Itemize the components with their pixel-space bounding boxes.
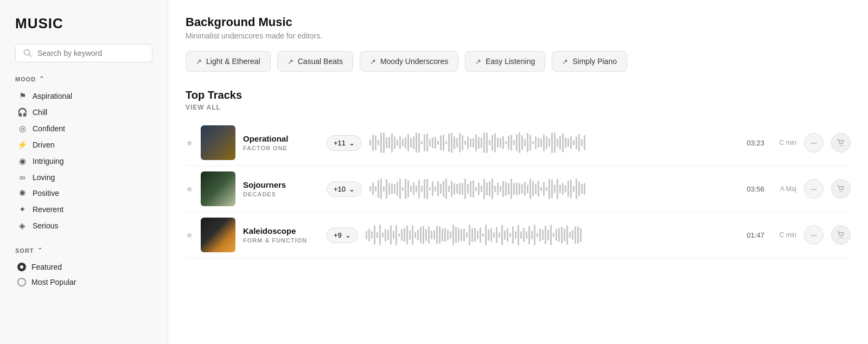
sidebar-item-aspirational[interactable]: ⚑ Aspirational xyxy=(15,88,152,104)
waveform-bar xyxy=(462,135,463,150)
waveform-bar xyxy=(500,138,501,148)
top-tracks-heading: Top Tracks xyxy=(186,89,851,101)
more-options-button[interactable]: ··· xyxy=(804,225,824,245)
mood-section-label[interactable]: MOOD ⌃ xyxy=(15,75,152,82)
track-name: Operational xyxy=(243,134,319,143)
waveform-bar xyxy=(459,133,461,152)
waveform[interactable] xyxy=(369,178,736,200)
track-info: Kaleidoscope FORM & FUNCTION xyxy=(243,226,319,244)
search-bar[interactable] xyxy=(15,44,152,62)
waveform-bar xyxy=(443,135,444,150)
mood-icon-chill: 🎧 xyxy=(17,107,27,117)
arrow-icon: ↗ xyxy=(196,58,202,66)
star-icon[interactable]: ★ xyxy=(186,184,193,194)
waveform-bar xyxy=(456,184,458,194)
waveform-bar xyxy=(447,230,449,241)
sidebar-item-serious[interactable]: ◈ Serious xyxy=(15,218,152,234)
sort-label: Featured xyxy=(31,263,62,271)
waveform-bar xyxy=(429,139,431,146)
waveform-bar xyxy=(521,135,523,150)
waveform-bar xyxy=(524,139,526,147)
waveform-bar xyxy=(543,134,545,151)
chevron-up-icon: ⌃ xyxy=(37,247,43,254)
sidebar-item-positive[interactable]: ✺ Positive xyxy=(15,185,152,201)
search-icon xyxy=(23,49,32,58)
waveform[interactable] xyxy=(366,224,736,246)
svg-point-7 xyxy=(842,237,843,238)
star-icon[interactable]: ★ xyxy=(186,138,193,148)
waveform-bar xyxy=(378,140,379,145)
waveform-bar xyxy=(584,135,585,150)
category-pill[interactable]: ↗ Light & Ethereal xyxy=(186,51,271,72)
chevron-down-icon: ⌄ xyxy=(349,139,355,147)
star-icon[interactable]: ★ xyxy=(186,230,193,240)
waveform-bar xyxy=(397,182,398,195)
waveform-bar xyxy=(413,182,414,195)
sidebar-item-confident[interactable]: ◎ Confident xyxy=(15,120,152,137)
waveform-bar xyxy=(538,181,539,198)
waveform-bar xyxy=(425,229,427,240)
waveform-bar xyxy=(475,187,477,192)
sort-section-label[interactable]: SORT ⌃ xyxy=(15,247,152,254)
waveform-bar xyxy=(467,136,469,149)
waveform-bar xyxy=(532,181,534,197)
sidebar-item-chill[interactable]: 🎧 Chill xyxy=(15,104,152,120)
category-pill[interactable]: ↗ Moody Underscores xyxy=(360,51,458,72)
category-pill[interactable]: ↗ Simply Piano xyxy=(552,51,627,72)
waveform-bar xyxy=(485,225,487,245)
waveform-bar xyxy=(410,138,412,148)
waveform-bar xyxy=(578,181,580,196)
waveform-bar xyxy=(443,181,444,197)
waveform-bar xyxy=(523,228,525,241)
waveform-bar xyxy=(435,137,436,149)
category-pill[interactable]: ↗ Easy Listening xyxy=(465,51,545,72)
sidebar-item-intriguing[interactable]: ◉ Intriguing xyxy=(15,153,152,169)
waveform-bar xyxy=(424,179,425,199)
sidebar-item-reverent[interactable]: ✦ Reverent xyxy=(15,201,152,218)
waveform-bar xyxy=(482,233,484,237)
waveform-bar xyxy=(529,179,531,199)
waveform-bar xyxy=(545,226,546,244)
sidebar-item-driven[interactable]: ⚡ Driven xyxy=(15,137,152,153)
waveform-bar xyxy=(478,182,480,195)
search-input[interactable] xyxy=(37,49,144,58)
add-to-cart-button[interactable] xyxy=(831,225,851,245)
waveform-bar xyxy=(540,138,542,146)
waveform-bar xyxy=(489,140,490,146)
category-pill[interactable]: ↗ Casual Beats xyxy=(277,51,353,72)
waveform-bar xyxy=(573,140,575,145)
waveform-bar xyxy=(402,139,404,146)
waveform-bar xyxy=(572,230,573,240)
waveform-bar xyxy=(395,225,397,245)
add-to-cart-button[interactable] xyxy=(831,133,851,152)
tracks-list: ★ Operational FACTOR ONE +11 ⌄ 03:23 C m… xyxy=(186,120,851,258)
sort-item-most-popular[interactable]: Most Popular xyxy=(15,275,152,290)
sidebar-item-loving[interactable]: ∞ Loving xyxy=(15,169,152,185)
sort-item-featured[interactable]: Featured xyxy=(15,259,152,275)
waveform-bar xyxy=(391,183,393,194)
waveform-bar xyxy=(520,231,522,238)
waveform-bar xyxy=(369,139,371,145)
add-to-cart-button[interactable] xyxy=(831,179,851,199)
waveform-bar xyxy=(440,135,442,151)
waveform-bar xyxy=(481,137,482,148)
tag-button[interactable]: +9 ⌄ xyxy=(327,227,358,243)
waveform-bar xyxy=(486,132,488,153)
tag-button[interactable]: +11 ⌄ xyxy=(327,135,362,151)
waveform-bar xyxy=(432,181,433,196)
waveform-bar xyxy=(420,227,422,244)
waveform-bar xyxy=(535,183,537,195)
table-row: ★ Kaleidoscope FORM & FUNCTION +9 ⌄ 01:4… xyxy=(186,212,851,258)
more-options-button[interactable]: ··· xyxy=(804,179,824,199)
track-thumbnail xyxy=(201,218,235,252)
categories-bar: ↗ Light & Ethereal ↗ Casual Beats ↗ Mood… xyxy=(186,51,851,72)
waveform-bar xyxy=(480,227,481,243)
mood-icon-positive: ✺ xyxy=(17,188,27,198)
waveform-bar xyxy=(575,226,576,243)
tag-button[interactable]: +10 ⌄ xyxy=(327,181,362,197)
mood-icon-confident: ◎ xyxy=(17,124,27,133)
waveform[interactable] xyxy=(369,132,736,154)
more-options-button[interactable]: ··· xyxy=(804,133,824,152)
view-all-link[interactable]: VIEW ALL xyxy=(186,104,851,111)
waveform-bar xyxy=(557,138,558,146)
